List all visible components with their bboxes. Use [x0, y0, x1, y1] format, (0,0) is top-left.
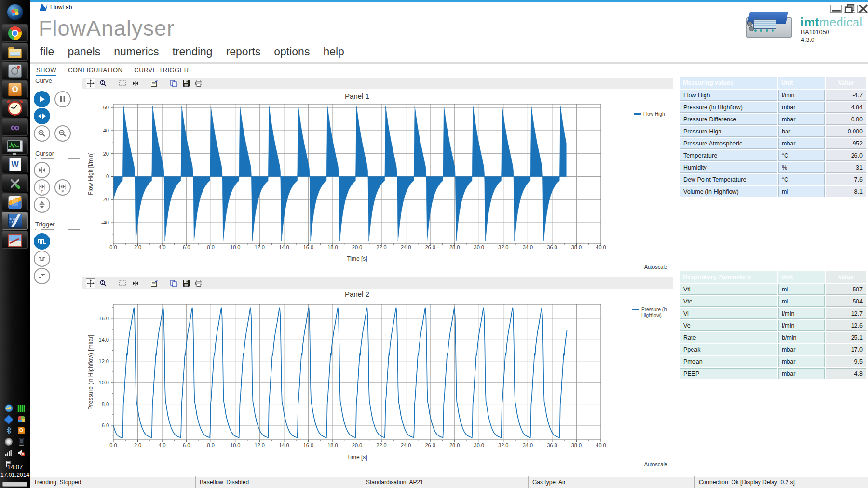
bluetooth-icon[interactable]	[2, 425, 15, 436]
zoom-tool-icon[interactable]	[98, 79, 108, 88]
pause-button[interactable]	[54, 91, 71, 107]
unit-cell: °C	[778, 174, 825, 185]
save-tool-icon[interactable]	[181, 79, 191, 88]
vmware-taskbar-icon[interactable]	[2, 193, 28, 211]
panel1-autoscale-label[interactable]: Autoscale	[624, 264, 667, 270]
svg-text:8.0: 8.0	[102, 401, 109, 407]
respiratory-parameters-row: Pmeanmbar9.5	[680, 356, 866, 367]
tools-taskbar-icon[interactable]	[2, 174, 28, 192]
panel2-toolbar	[82, 277, 673, 289]
trigger-step-button[interactable]	[34, 268, 50, 284]
trigger-single-button[interactable]	[34, 251, 50, 267]
zoom-out-button[interactable]	[54, 125, 71, 142]
flowlab-taskbar-icon[interactable]: FLOWLAB	[2, 212, 28, 230]
respiratory-parameters-header-row: Respiratory ParametersUnitValue	[680, 271, 866, 283]
svg-text:16.0: 16.0	[303, 442, 313, 448]
battery-icon[interactable]	[15, 436, 27, 447]
zoom-in-button[interactable]	[34, 125, 50, 142]
tab-curve-trigger[interactable]: CURVE TRIGGER	[134, 66, 189, 76]
menu-item-panels[interactable]: panels	[61, 44, 107, 64]
save-tool-icon[interactable]	[181, 278, 191, 288]
value-cell: 952	[826, 138, 866, 149]
paint-taskbar-icon[interactable]	[2, 231, 28, 249]
chrome-taskbar-icon[interactable]	[2, 24, 28, 42]
cursor-vertical-button[interactable]	[34, 197, 50, 213]
cursor-step-tool-icon[interactable]	[130, 79, 140, 88]
alarm-clock-taskbar-icon[interactable]	[2, 99, 28, 117]
menu-item-options[interactable]: options	[267, 44, 316, 64]
muted-speaker-icon[interactable]: ✕	[15, 447, 27, 458]
panel2-autoscale-label[interactable]: Autoscale	[624, 462, 667, 467]
parameter-cell: Ppeak	[680, 344, 777, 355]
menu-item-file[interactable]: file	[33, 44, 61, 64]
cursor-step-tool-icon[interactable]	[130, 278, 140, 288]
rect-select-tool-icon[interactable]	[118, 79, 127, 88]
word-taskbar-icon[interactable]: W	[2, 156, 28, 173]
rect-select-tool-icon[interactable]	[118, 278, 127, 288]
svg-text:4.0: 4.0	[158, 442, 165, 448]
copy-tool-icon[interactable]	[169, 278, 178, 288]
outlook-taskbar-icon[interactable]: O	[2, 80, 28, 98]
properties-tool-icon[interactable]	[149, 79, 159, 88]
cursor-single-button[interactable]	[34, 162, 50, 178]
app-title: FlowAnalyser	[39, 16, 175, 41]
visual-studio-taskbar-icon[interactable]: ∞	[2, 118, 28, 136]
volume-icon[interactable]	[2, 436, 15, 447]
measuring-values-header-cell: Value	[826, 77, 866, 89]
menu-item-help[interactable]: help	[316, 44, 351, 64]
taskbar-buttons: O∞WFLOWLAB	[0, 1, 30, 249]
move-tool-icon[interactable]	[86, 79, 95, 88]
autoscale-button[interactable]	[34, 108, 50, 124]
baseflow-status: Baseflow: Disabled	[195, 476, 362, 488]
system-monitor-taskbar-icon[interactable]	[2, 137, 28, 155]
copy-tool-icon[interactable]	[169, 79, 178, 88]
value-cell: 4.8	[826, 368, 866, 379]
cursor-time-button[interactable]: T	[34, 179, 50, 196]
network-activity-icon[interactable]	[2, 403, 15, 414]
menu-item-numerics[interactable]: numerics	[107, 44, 165, 64]
minimize-button[interactable]	[830, 5, 842, 13]
cursor-section-label: Cursor	[35, 150, 80, 159]
menu-item-trending[interactable]: trending	[166, 44, 219, 64]
safe-taskbar-icon[interactable]	[2, 62, 28, 79]
svg-text:34.0: 34.0	[523, 442, 533, 448]
trending-status: Trending: Stopped	[30, 476, 195, 488]
windows-start-taskbar-icon[interactable]	[2, 1, 28, 23]
tab-configuration[interactable]: CONFIGURATION	[68, 66, 122, 76]
cursor-flow-button[interactable]: F	[54, 179, 71, 196]
measuring-values-row: Volume (in Highflow)ml8.1	[680, 186, 866, 197]
trigger-continuous-button[interactable]	[34, 233, 50, 250]
windows-update-icon[interactable]	[15, 414, 27, 425]
network-grid-icon[interactable]	[15, 403, 27, 414]
print-tool-icon[interactable]	[194, 278, 203, 288]
svg-text:36.0: 36.0	[547, 244, 557, 250]
clock-date: 17.01.2014	[0, 472, 30, 478]
file-explorer-taskbar-icon[interactable]	[2, 43, 28, 61]
menu-item-reports[interactable]: reports	[219, 44, 268, 64]
tab-show[interactable]: SHOW	[36, 66, 56, 76]
legend-label: Pressure (inHighflow)	[641, 307, 667, 318]
brand-imt: imt	[800, 15, 819, 29]
taskbar-clock[interactable]: 14:07 17.01.2014	[0, 463, 30, 478]
move-tool-icon[interactable]	[86, 278, 95, 288]
x-axis-label: Time [s]	[347, 255, 367, 262]
play-button[interactable]	[34, 91, 50, 107]
svg-text:2.0: 2.0	[134, 442, 141, 448]
flowlab-titlebar-icon	[40, 4, 48, 11]
svg-text:20: 20	[103, 151, 109, 157]
show-desktop-button[interactable]	[2, 482, 27, 487]
respiratory-parameters-header-cell: Value	[826, 271, 866, 283]
svg-text:28.0: 28.0	[449, 442, 460, 448]
properties-tool-icon[interactable]	[149, 278, 159, 288]
respiratory-parameters-row: Vteml504	[680, 296, 866, 307]
svg-text:0.0: 0.0	[109, 442, 117, 448]
close-button[interactable]	[857, 5, 868, 13]
zoom-tool-icon[interactable]	[98, 278, 108, 288]
signal-bars-icon[interactable]	[2, 447, 15, 458]
print-tool-icon[interactable]	[194, 79, 203, 88]
dropbox-icon[interactable]	[2, 414, 15, 425]
svg-text:-20: -20	[101, 197, 109, 202]
restore-button[interactable]	[844, 5, 855, 13]
svg-text:0.0: 0.0	[109, 244, 117, 250]
outlook-tray-icon[interactable]: O	[15, 425, 27, 436]
